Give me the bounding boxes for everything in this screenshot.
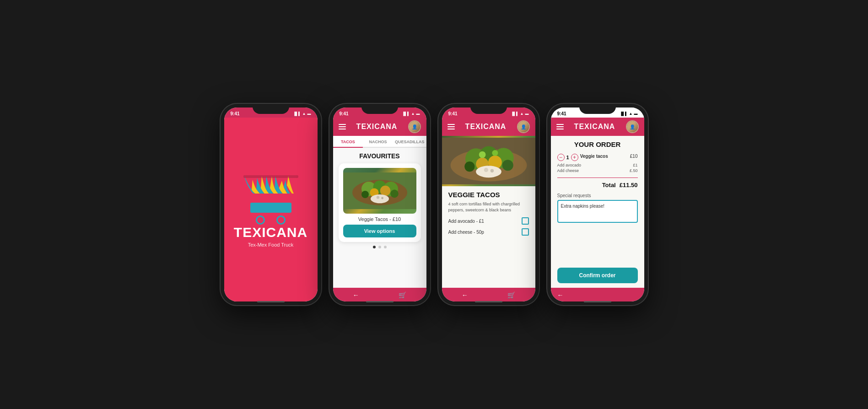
bottom-nav-4: ← [551,288,644,301]
bottom-nav-3: ← 🛒 [442,288,535,301]
food-image-veggie-tacos [343,168,416,214]
tab-quesadillas[interactable]: QUESADILLAS [393,136,426,148]
back-icon-3[interactable]: ← [462,291,468,299]
phone-4: 9:41 ▐▌▌ ▲ ▬ TEXICANA 👤 YOUR [547,104,648,305]
home-bar-3 [475,301,502,302]
wifi-icon: ▲ [302,112,306,116]
header-2: TEXICANA 👤 [333,118,426,136]
section-title-favourites: FAVOURITES [333,148,426,163]
addon-avocado-price: £1 [633,163,637,167]
addon-line-avocado: Add avocado £1 [557,163,638,167]
order-item-row: − 1 + Veggie tacos £10 [557,154,638,161]
dot-2 [378,246,381,248]
header-logo-4: TEXICANA [574,123,615,131]
increase-qty-button[interactable]: + [571,154,578,161]
order-item-name: Veggie tacos [580,154,608,159]
order-title: YOUR ORDER [557,140,638,148]
svg-point-26 [479,151,485,158]
svg-point-27 [492,150,498,156]
tabs-bar: TACOS NACHOS QUESADILLAS [333,136,426,148]
status-icons-4: ▐▌▌ ▲ ▬ [620,112,638,116]
cart-icon-2[interactable]: 🛒 [399,291,406,299]
order-item-price: £10 [630,154,638,159]
avatar-image-3: 👤 [518,121,529,132]
status-icons-2: ▐▌▌ ▲ ▬ [402,112,420,116]
menu-icon-3[interactable] [447,124,455,129]
addon-avocado-label: Add avocado [557,163,582,167]
phones-container: 9:41 ▐▌▌ ▲ ▬ [211,90,657,319]
total-value: £11.50 [620,182,638,188]
svg-point-9 [361,191,369,198]
product-description: 4 soft corn tortillas filled with chargr… [448,201,529,213]
user-avatar-2[interactable]: 👤 [408,120,421,133]
user-avatar-3[interactable]: 👤 [517,120,530,133]
cart-illustration [250,203,291,225]
card-price-line: Veggie Tacos - £10 [343,216,416,222]
battery-icon-2: ▬ [416,112,420,116]
phone-2-screen: 9:41 ▐▌▌ ▲ ▬ TEXICANA 👤 [333,108,426,301]
back-icon-2[interactable]: ← [353,291,359,299]
product-info: VEGGIE TACOS 4 soft corn tortillas fille… [442,186,535,288]
back-icon-4[interactable]: ← [557,291,564,299]
hamburger-line [447,124,455,125]
battery-icon: ▬ [307,112,311,116]
battery-icon-4: ▬ [634,112,638,116]
carousel-dots [333,242,426,252]
addon-checkbox-cheese[interactable] [522,228,529,236]
svg-point-21 [464,161,474,172]
addon-label-avocado: Add avocado - £1 [448,219,484,224]
splash-screen: TEXICANA Tex-Mex Food Truck [224,118,318,301]
cart-body [250,203,291,213]
header-4: TEXICANA 👤 [551,118,644,136]
hamburger-line [556,124,564,125]
decrease-qty-button[interactable]: − [557,154,565,161]
hamburger-line [556,129,564,129]
user-avatar-4[interactable]: 👤 [626,120,639,133]
view-options-button[interactable]: View options [343,225,416,237]
tab-tacos[interactable]: TACOS [333,136,363,148]
header-logo-2: TEXICANA [356,123,398,131]
svg-point-10 [390,190,399,198]
status-icons-3: ▐▌▌ ▲ ▬ [511,112,529,116]
awning-decoration [243,172,298,194]
wifi-icon-4: ▲ [629,112,633,116]
menu-icon-4[interactable] [556,124,564,129]
home-bar-4 [584,301,611,302]
status-icons-1: ▐▌▌ ▲ ▬ [293,112,311,116]
signal-icon: ▐▌▌ [293,112,301,116]
qty-controls: − 1 + [557,154,578,161]
phone-notch-1 [253,104,289,114]
svg-point-13 [381,197,383,199]
phone-2: 9:41 ▐▌▌ ▲ ▬ TEXICANA 👤 [329,104,430,305]
confirm-order-button[interactable]: Confirm order [557,268,638,283]
addon-checkbox-avocado[interactable] [522,217,529,225]
qty-number: 1 [566,155,569,160]
cart-icon-3[interactable]: 🛒 [507,291,515,299]
menu-screen: TACOS NACHOS QUESADILLAS FAVOURITES [333,136,426,288]
phone-3: 9:41 ▐▌▌ ▲ ▬ TEXICANA 👤 [438,104,539,305]
avatar-image-4: 👤 [627,121,638,132]
special-requests-text[interactable]: Extra napkins please! [557,200,638,223]
svg-rect-1 [243,175,298,178]
total-row: Total £11.50 [557,182,638,188]
menu-icon[interactable] [339,124,346,129]
status-time-3: 9:41 [448,111,458,116]
hamburger-line [339,126,346,127]
addon-row-cheese: Add cheese - 50p [448,228,529,236]
phone-notch-3 [470,104,507,114]
dot-1 [373,246,376,248]
header-3: TEXICANA 👤 [442,118,535,136]
food-card: Veggie Tacos - £10 View options [339,163,421,242]
order-screen: YOUR ORDER − 1 + Veggie tacos £10 Add av… [551,136,644,288]
status-time-4: 9:41 [557,111,566,116]
tab-nachos[interactable]: NACHOS [363,136,393,148]
hamburger-line [556,126,564,127]
phone-notch-2 [361,104,398,114]
addon-line-cheese: Add cheese £.50 [557,168,638,173]
svg-point-8 [380,186,390,196]
addon-cheese-price: £.50 [630,168,638,173]
signal-icon-4: ▐▌▌ [620,112,628,116]
home-bar-2 [366,301,394,302]
header-logo-3: TEXICANA [465,123,507,131]
status-time-2: 9:41 [340,111,349,116]
